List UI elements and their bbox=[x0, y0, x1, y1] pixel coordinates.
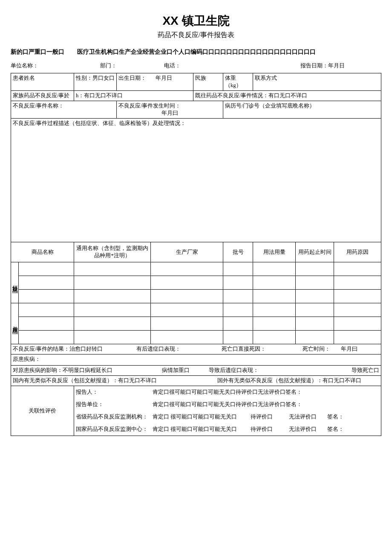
outcome-sequela: 有后遗症口表现： bbox=[136, 346, 222, 353]
drug-cell[interactable] bbox=[253, 290, 296, 303]
combined-drug-row bbox=[11, 331, 381, 344]
suspect-drug-row bbox=[11, 290, 381, 303]
drug-cell[interactable] bbox=[334, 276, 381, 290]
eval-prov-sign: 签名： bbox=[327, 413, 344, 421]
drug-cell[interactable] bbox=[296, 262, 334, 276]
outcome-death: 死亡口直接死因： bbox=[222, 346, 303, 353]
drug-cell[interactable] bbox=[223, 331, 253, 344]
drug-cell[interactable] bbox=[223, 303, 253, 317]
eval-nat-label: 国家药品不良反应监测中心： bbox=[76, 426, 153, 433]
outcome-death-time-label: 死亡时间： bbox=[303, 346, 341, 353]
drug-cell[interactable] bbox=[151, 303, 223, 317]
impact-sequela: 导致后遗症口表现： bbox=[209, 367, 352, 374]
drug-cell[interactable] bbox=[74, 262, 151, 276]
event-time-value: 年月曰 bbox=[118, 110, 221, 117]
drug-cell[interactable] bbox=[253, 303, 296, 317]
drug-cell[interactable] bbox=[223, 276, 253, 290]
drug-cell[interactable] bbox=[19, 276, 74, 290]
col-stop-time: 用药起止时间 bbox=[296, 242, 334, 262]
impact-worse: 病情加重口 bbox=[162, 367, 209, 374]
unit-name-label: 单位名称： bbox=[11, 62, 96, 70]
suspect-drug-row bbox=[11, 276, 381, 290]
drug-cell[interactable] bbox=[19, 262, 74, 276]
report-type-options: 新的口严重口一般口 bbox=[11, 48, 64, 56]
eval-prov-label: 省级药品不良反应监测机构： bbox=[76, 413, 153, 421]
similar-cell[interactable]: 国内有无类似不良反应（包括文献报道）：有口无口不详口 国外有无类似不良反应（包括… bbox=[11, 376, 381, 386]
report-source-options: 医疗卫生机构口生产企业经营企业口个人口编码口口口口口口口口口口口口口口口口口口口 bbox=[77, 48, 381, 56]
eval-prov-cell[interactable]: 省级药品不良反应监测机构： 肯定口 很可能口可能口可能无关口 待评价口 无法评价… bbox=[74, 411, 381, 423]
eval-reporter-cell[interactable]: 报告人： 肯定口很可能口可能口可能无关口待评价口无法评价口签名： bbox=[74, 386, 381, 399]
eval-prov-opts-a: 肯定口 很可能口可能口可能无关口 bbox=[153, 413, 251, 421]
eval-unit-opts: 肯定口很可能口可能口可能无关口待评价口无法评价口签名： bbox=[153, 401, 302, 408]
drug-cell[interactable] bbox=[19, 317, 74, 331]
col-usage: 用法用量 bbox=[253, 242, 296, 262]
drug-cell[interactable] bbox=[74, 317, 151, 331]
main-form-table: 患者姓名 性别：男口女口 出生日期： 年月日 民族 体重（kg） 联系方式 家族… bbox=[11, 73, 381, 436]
drug-cell[interactable] bbox=[151, 276, 223, 290]
impact-cell[interactable]: 对原患疾病的影响：不明显口病程延长口 病情加重口 导致后遗症口表现： 导致死亡口 bbox=[11, 366, 381, 376]
eval-reporter-label: 报告人： bbox=[76, 389, 153, 396]
drug-cell[interactable] bbox=[253, 331, 296, 344]
drug-cell[interactable] bbox=[74, 276, 151, 290]
record-no-cell[interactable]: 病历号/门诊号（企业填写底晩名称） bbox=[223, 101, 381, 119]
patient-contact-cell[interactable]: 联系方式 bbox=[253, 73, 381, 91]
drug-cell[interactable] bbox=[334, 262, 381, 276]
drug-cell[interactable] bbox=[334, 317, 381, 331]
drug-cell[interactable] bbox=[223, 290, 253, 303]
drug-cell[interactable] bbox=[151, 331, 223, 344]
col-trade-name: 商品名称 bbox=[11, 242, 74, 262]
dept-label: 部门： bbox=[100, 62, 160, 70]
eval-row: 关联性评价 报告人： 肯定口很可能口可能口可能无关口待评价口无法评价口签名： bbox=[11, 386, 381, 399]
drug-cell[interactable] bbox=[151, 317, 223, 331]
event-time-cell[interactable]: 不良反应/事件发生时间： 年月曰 bbox=[117, 101, 223, 119]
drug-cell[interactable] bbox=[19, 290, 74, 303]
drug-cell[interactable] bbox=[334, 303, 381, 317]
drug-cell[interactable] bbox=[296, 276, 334, 290]
col-batch: 批号 bbox=[223, 242, 253, 262]
eval-nat-opts-b: 待评价口 bbox=[251, 426, 289, 433]
drug-cell[interactable] bbox=[334, 290, 381, 303]
drug-cell[interactable] bbox=[223, 262, 253, 276]
drug-cell[interactable] bbox=[253, 262, 296, 276]
outcome-cell[interactable]: 不良反应/事件的结果：治愈口好转口 有后遗症口表现： 死亡口直接死因： 死亡时间… bbox=[11, 344, 381, 355]
drug-cell[interactable] bbox=[19, 331, 74, 344]
drug-cell[interactable] bbox=[19, 303, 74, 317]
drug-cell[interactable] bbox=[74, 303, 151, 317]
page-title: XX 镇卫生院 bbox=[11, 13, 381, 29]
event-id-row: 不良反应/事件名称： 不良反应/事件发生时间： 年月曰 病历号/门诊号（企业填写… bbox=[11, 101, 381, 119]
disease-row: 原患疾病： bbox=[11, 355, 381, 366]
combined-drug-row: 并用药品 bbox=[11, 303, 381, 317]
eval-nat-cell[interactable]: 国家药品不良反应监测中心： 肯定口 很可能口可能口可能无关口 待评价口 无法评价… bbox=[74, 423, 381, 436]
drug-cell[interactable] bbox=[151, 290, 223, 303]
drug-cell[interactable] bbox=[296, 331, 334, 344]
event-time-label: 不良反应/事件发生时间： bbox=[118, 102, 221, 110]
event-name-cell[interactable]: 不良反应/事件名称： bbox=[11, 101, 117, 119]
drug-cell[interactable] bbox=[253, 317, 296, 331]
disease-cell[interactable]: 原患疾病： bbox=[11, 355, 381, 366]
birth-value: 年月日 bbox=[156, 75, 172, 81]
drug-cell[interactable] bbox=[151, 262, 223, 276]
family-history-value[interactable]: h：有口无口不详口 bbox=[74, 91, 193, 101]
patient-name-cell[interactable]: 患者姓名 bbox=[11, 73, 74, 91]
event-desc-cell[interactable]: 不良反应/事件过程描述（包括症状、体征、临床检验等）及处理情况： bbox=[11, 119, 381, 242]
eval-nat-sign: 签名： bbox=[327, 426, 344, 433]
eval-unit-cell[interactable]: 报告单位： 肯定口很可能口可能口可能无关口待评价口无法评价口签名： bbox=[74, 398, 381, 411]
drug-cell[interactable] bbox=[296, 303, 334, 317]
drug-cell[interactable] bbox=[223, 317, 253, 331]
history-row: 家族药品不良反应/事於 h：有口无口不详口 既往药品不良反应/事件情况：有口无口… bbox=[11, 91, 381, 101]
birth-label: 出生日期： bbox=[118, 75, 146, 81]
patient-weight-cell[interactable]: 体重（kg） bbox=[223, 73, 253, 91]
patient-ethnic-cell[interactable]: 民族 bbox=[193, 73, 223, 91]
drug-cell[interactable] bbox=[296, 317, 334, 331]
past-history-cell[interactable]: 既往药品不良反应/事件情况：有口无口不详口 bbox=[193, 91, 381, 101]
eval-prov-opts-b: 待评价口 bbox=[251, 413, 289, 421]
drug-cell[interactable] bbox=[253, 276, 296, 290]
report-date-label: 报告日期：年月日 bbox=[300, 62, 377, 70]
patient-sex-cell[interactable]: 性别：男口女口 bbox=[74, 73, 117, 91]
header-classification: 新的口严重口一般口 医疗卫生机构口生产企业经营企业口个人口编码口口口口口口口口口… bbox=[11, 48, 381, 56]
drug-cell[interactable] bbox=[296, 290, 334, 303]
drug-cell[interactable] bbox=[334, 331, 381, 344]
patient-birth-cell[interactable]: 出生日期： 年月日 bbox=[117, 73, 193, 91]
drug-cell[interactable] bbox=[74, 290, 151, 303]
drug-cell[interactable] bbox=[74, 331, 151, 344]
